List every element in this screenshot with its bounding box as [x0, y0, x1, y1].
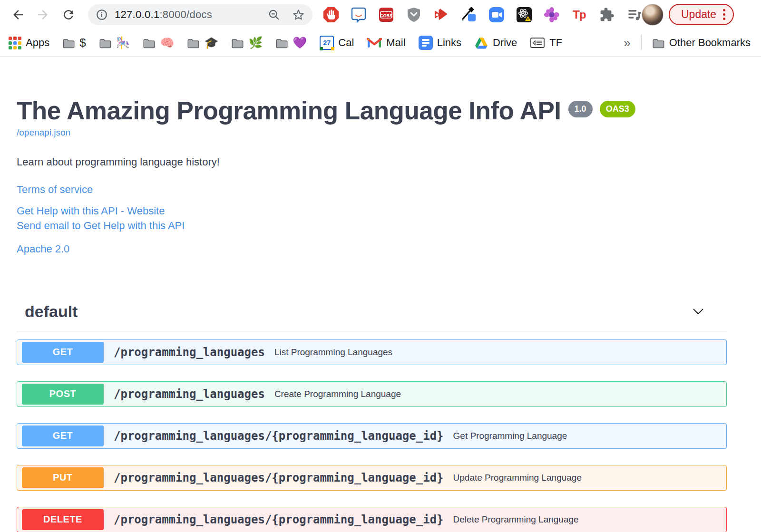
bookmark-folder-herb[interactable]: 🌿 [231, 37, 263, 48]
color-picker-extension-icon[interactable] [460, 6, 478, 23]
bookmark-mail-label: Mail [386, 37, 405, 49]
terms-of-service-link[interactable]: Terms of service [17, 184, 93, 196]
bookmark-tf[interactable]: TF [530, 37, 562, 49]
playlist-extension-icon[interactable] [626, 6, 643, 23]
bookmark-folder-dollar-label: $ [79, 37, 86, 48]
version-badge: 1.0 [568, 101, 593, 117]
url-path: :8000/docs [159, 9, 212, 20]
adblock-extension-icon[interactable] [322, 6, 340, 23]
address-bar[interactable]: 127.0.0.1:8000/docs [88, 4, 312, 25]
bookmark-folder-brain-label: 🧠 [160, 37, 174, 48]
contact-links: Get Help with this API - Website Send em… [17, 204, 727, 233]
profile-avatar[interactable] [642, 4, 663, 26]
bookmark-links-label: Links [437, 37, 461, 49]
license-link[interactable]: Apache 2.0 [17, 243, 69, 255]
endpoint-delete[interactable]: DELETE /programming_languages/{programmi… [17, 507, 727, 532]
folder-icon [143, 38, 156, 48]
url-text[interactable]: 127.0.0.1:8000/docs [115, 9, 212, 21]
chat-extension-icon[interactable] [350, 6, 367, 23]
bookmark-tf-label: TF [549, 37, 562, 49]
update-button[interactable]: Update [669, 4, 734, 25]
endpoint-put-update[interactable]: PUT /programming_languages/{programming_… [17, 465, 727, 491]
method-badge-post[interactable]: POST [22, 384, 104, 405]
endpoint-summary: Get Programming Language [453, 431, 567, 441]
endpoint-path: /programming_languages/{programming_lang… [114, 429, 444, 443]
method-badge-delete[interactable]: DELETE [22, 509, 104, 530]
endpoint-get-single[interactable]: GET /programming_languages/{programming_… [17, 423, 727, 449]
endpoint-path: /programming_languages/{programming_lang… [114, 471, 444, 484]
bookmark-star-icon[interactable] [292, 9, 305, 21]
bookmark-folder-carousel[interactable]: 🎠 [99, 37, 130, 48]
folder-icon [62, 38, 75, 48]
purple-flower-extension-icon[interactable] [543, 6, 560, 23]
website-help-link[interactable]: Get Help with this API - Website [17, 204, 165, 218]
api-info-header: The Amazing Programming Language Info AP… [17, 97, 727, 124]
bookmark-drive[interactable]: Drive [474, 37, 517, 49]
shield-extension-icon[interactable] [405, 6, 422, 23]
zoom-extension-icon[interactable] [488, 6, 505, 23]
endpoint-get-list[interactable]: GET /programming_languages List Programm… [17, 339, 727, 365]
folder-icon [187, 38, 200, 48]
tp-label: Tp [573, 8, 585, 21]
bookmark-folder-grad-cap[interactable]: 🎓 [187, 37, 218, 48]
method-badge-get[interactable]: GET [22, 342, 104, 363]
endpoint-path: /programming_languages/{programming_lang… [114, 513, 444, 526]
bookmark-mail[interactable]: Mail [367, 37, 405, 49]
site-info-icon[interactable] [96, 9, 108, 21]
section-collapse-chevron-icon[interactable] [691, 304, 705, 319]
endpoint-summary: Delete Programming Language [453, 514, 579, 525]
calendar-icon: 27 [320, 36, 334, 50]
endpoint-summary: List Programming Languages [274, 347, 392, 358]
section-default-header[interactable]: default [17, 302, 727, 331]
bookmark-apps-label: Apps [26, 37, 49, 49]
bookmark-folder-herb-label: 🌿 [248, 37, 263, 48]
endpoint-post-create[interactable]: POST /programming_languages Create Progr… [17, 381, 727, 407]
bookmark-calendar[interactable]: 27 Cal [320, 36, 354, 50]
bookmark-folder-brain[interactable]: 🧠 [143, 37, 174, 48]
cors-label: CORS [380, 13, 392, 18]
reload-icon[interactable] [61, 7, 76, 22]
forward-icon[interactable] [35, 7, 50, 22]
calendar-day: 27 [323, 39, 331, 47]
method-badge-put[interactable]: PUT [22, 467, 104, 488]
bookmarks-overflow-chevron[interactable]: » [624, 36, 630, 50]
apps-grid-icon [9, 37, 21, 49]
endpoint-summary: Create Programming Language [274, 389, 401, 399]
openapi-spec-link[interactable]: /openapi.json [17, 127, 70, 138]
bookmark-calendar-label: Cal [338, 37, 354, 49]
other-bookmarks[interactable]: Other Bookmarks [652, 37, 751, 49]
endpoint-summary: Update Programming Language [453, 473, 582, 483]
endpoint-path: /programming_languages [114, 346, 265, 359]
bookmark-drive-label: Drive [493, 37, 517, 49]
zoom-out-icon[interactable] [268, 9, 281, 21]
browser-menu-icon[interactable] [723, 9, 725, 20]
oas3-badge: OAS3 [600, 101, 635, 117]
endpoint-path: /programming_languages [114, 387, 265, 401]
email-help-link[interactable]: Send email to Get Help with this API [17, 219, 185, 232]
bookmark-folder-heart-label: 💜 [293, 37, 307, 48]
bookmark-folder-grad-cap-label: 🎓 [204, 37, 218, 48]
folder-icon [99, 38, 112, 48]
section-title: default [25, 302, 78, 321]
puzzle-extensions-menu-icon[interactable] [598, 6, 615, 23]
api-description: Learn about programming language history… [17, 156, 727, 168]
back-icon[interactable] [10, 7, 26, 22]
bookmarks-divider [641, 35, 642, 50]
gmail-icon [367, 37, 382, 48]
bookmark-folder-dollar[interactable]: $ [62, 37, 86, 48]
tp-extension-icon[interactable]: Tp [571, 6, 588, 23]
react-devtools-extension-icon[interactable] [516, 6, 533, 23]
tf-icon [530, 37, 545, 49]
bookmarks-bar: Apps $ 🎠 🧠 🎓 🌿 💜 27 Cal [0, 29, 761, 57]
drive-icon [474, 37, 488, 49]
url-host: 127.0.0.1 [115, 9, 159, 20]
cors-extension-icon[interactable]: CORS [378, 6, 395, 23]
folder-icon [275, 38, 288, 48]
bookmark-folder-heart[interactable]: 💜 [275, 37, 307, 48]
browser-toolbar: 127.0.0.1:8000/docs CORS [0, 0, 761, 29]
red-arrow-extension-icon[interactable] [433, 6, 450, 23]
method-badge-get[interactable]: GET [22, 426, 104, 446]
bookmark-links[interactable]: Links [419, 36, 461, 50]
bookmark-apps[interactable]: Apps [9, 37, 49, 49]
extensions-row: CORS Tp [322, 0, 643, 29]
